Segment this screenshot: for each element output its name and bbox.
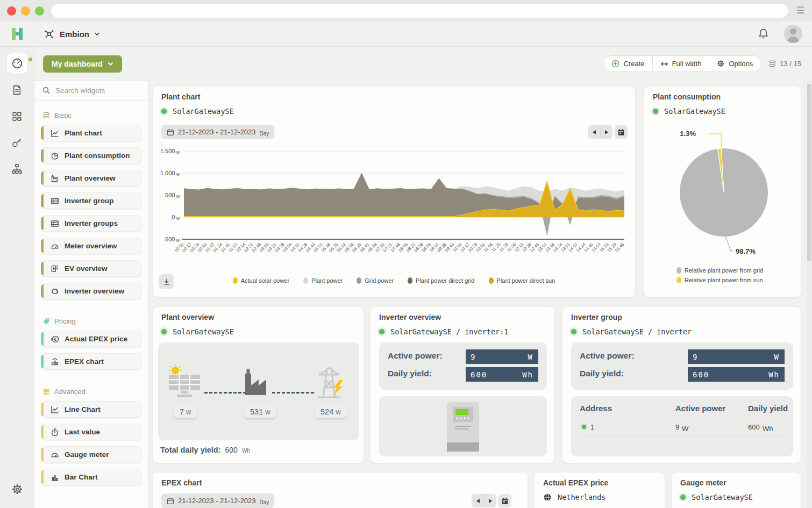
search-input[interactable] bbox=[55, 87, 136, 95]
svg-text:1.000 W: 1.000 W bbox=[160, 170, 180, 176]
widget-item-plant-overview[interactable]: Plant overview bbox=[41, 170, 141, 187]
url-bar[interactable] bbox=[51, 4, 788, 18]
widget-item-inverter-groups[interactable]: Inverter groups bbox=[41, 215, 141, 232]
actual-epex-price-widget[interactable]: Actual EPEX price Netherlands bbox=[534, 472, 665, 508]
globe-icon bbox=[543, 493, 552, 502]
legend-item-plant-power-direct-sun[interactable]: Plant power direct sun bbox=[489, 277, 555, 284]
widget-item-line-chart[interactable]: Line Chart bbox=[41, 401, 141, 418]
create-button[interactable]: Create bbox=[604, 56, 652, 71]
legend-item-relative-plant-power-from-sun[interactable]: Relative plant power from sun bbox=[676, 277, 763, 283]
drag-accent bbox=[41, 217, 44, 230]
cell-daily-yield: 600 bbox=[748, 423, 760, 431]
widget-item-ev-overview[interactable]: EV overview bbox=[41, 260, 141, 277]
plant-overview-widget[interactable]: Plant overview SolarGatewaySE bbox=[152, 306, 364, 463]
notifications-bell-icon[interactable] bbox=[758, 28, 769, 40]
close-window-button[interactable] bbox=[7, 6, 16, 16]
drag-accent bbox=[41, 126, 44, 140]
line-chart-icon bbox=[51, 129, 59, 138]
nav-api-keys[interactable] bbox=[7, 132, 27, 153]
period-label: Day bbox=[260, 131, 269, 137]
cell-active-power-unit: W bbox=[682, 425, 688, 433]
widget-item-inverter-overview[interactable]: Inverter overview bbox=[41, 283, 141, 299]
plant-chart-widget[interactable]: Plant chart SolarGatewaySE 21-12-2023 - … bbox=[152, 86, 636, 297]
nav-invoices[interactable] bbox=[7, 80, 27, 100]
status-dot bbox=[571, 329, 576, 334]
create-label: Create bbox=[623, 60, 644, 68]
browser-menu-icon[interactable]: ☰ bbox=[796, 5, 804, 16]
date-range-picker[interactable]: 21-12-2023 - 21-12-2023 Day bbox=[161, 125, 274, 139]
inverter-group-widget[interactable]: Inverter group SolarGatewaySE / inverter… bbox=[562, 306, 801, 463]
plant-consumption-widget[interactable]: Plant consumption SolarGatewaySE 1.3%98.… bbox=[644, 86, 801, 297]
widget-item-last-value[interactable]: Last value bbox=[41, 424, 141, 440]
scrollbar[interactable] bbox=[807, 81, 812, 508]
nav-settings[interactable] bbox=[7, 479, 27, 499]
widget-title: Plant consumption bbox=[653, 92, 721, 101]
widget-item-plant-chart[interactable]: Plant chart bbox=[41, 125, 141, 141]
widget-item-plant-consumption[interactable]: Plant consumption bbox=[41, 147, 141, 164]
svg-text:1.500 W: 1.500 W bbox=[160, 148, 180, 154]
app-logo[interactable] bbox=[0, 22, 34, 46]
solar-power-unit: W bbox=[186, 410, 191, 416]
org-switcher[interactable]: Embion bbox=[34, 22, 100, 46]
svg-text:0 W: 0 W bbox=[172, 214, 180, 220]
daily-yield-value: 600 bbox=[471, 370, 487, 379]
epex-chart-widget[interactable]: EPEX chart 21-12-2023 - 21-12-2023 Day bbox=[152, 472, 528, 508]
total-yield-value: 600 bbox=[225, 446, 238, 454]
options-button[interactable]: Options bbox=[709, 56, 760, 71]
drag-accent bbox=[41, 448, 44, 461]
minimize-window-button[interactable] bbox=[21, 6, 30, 16]
jump-to-today-button[interactable] bbox=[615, 125, 628, 139]
legend-item-actual-solar-power[interactable]: Actual solar power bbox=[233, 277, 290, 284]
widget-item-bar-chart[interactable]: Bar Chart bbox=[41, 469, 141, 485]
plus-circle-icon bbox=[611, 60, 619, 68]
prev-period-button[interactable] bbox=[588, 125, 600, 139]
nav-hierarchy[interactable] bbox=[7, 159, 27, 179]
nav-rail bbox=[0, 47, 34, 508]
full-width-button[interactable]: Full width bbox=[652, 56, 709, 71]
gauge-meter-widget[interactable]: Gauge meter SolarGatewaySE bbox=[671, 472, 801, 508]
gauge-icon bbox=[51, 242, 59, 251]
stats-panel: Active power: 9 W Daily yield: 600 Wh bbox=[379, 342, 547, 390]
widget-item-actual-epex-price[interactable]: €Actual EPEX price bbox=[41, 331, 141, 347]
consumption-pie-chart: 1.3%98.7% bbox=[644, 122, 802, 262]
scrollbar-thumb[interactable] bbox=[807, 84, 811, 261]
device-name: SolarGatewaySE / inverter:1 bbox=[390, 327, 508, 336]
maximize-window-button[interactable] bbox=[35, 6, 44, 16]
legend-item-plant-power-direct-grid[interactable]: Plant power direct grid bbox=[408, 277, 474, 284]
inverter-overview-widget[interactable]: Inverter overview SolarGatewaySE / inver… bbox=[370, 306, 555, 463]
widget-item-epex-chart[interactable]: EPEX chart bbox=[41, 353, 141, 370]
widget-item-meter-overview[interactable]: Meter overview bbox=[41, 238, 141, 254]
prev-period-button[interactable] bbox=[472, 494, 484, 507]
date-range-picker[interactable]: 21-12-2023 - 21-12-2023 Day bbox=[161, 493, 274, 508]
widget-item-inverter-group[interactable]: Inverter group bbox=[41, 192, 141, 209]
legend-item-relative-plant-power-from-grid[interactable]: Relative plant power from grid bbox=[676, 267, 763, 274]
region-row: Netherlands bbox=[543, 493, 606, 502]
widget-item-label: Line Chart bbox=[65, 405, 101, 413]
nav-widgets[interactable] bbox=[7, 106, 27, 126]
inverter-table-panel: Address Active power Daily yield 1 9 W 6… bbox=[571, 396, 793, 456]
h-logo-icon bbox=[10, 26, 25, 41]
legend-item-plant-power[interactable]: Plant power bbox=[303, 277, 343, 284]
widget-counter-label: 13 / 15 bbox=[780, 60, 801, 68]
dashboard-selector-button[interactable]: My dashboard bbox=[43, 55, 122, 73]
legend-item-grid-power[interactable]: Grid power bbox=[357, 277, 394, 284]
widget-title: Inverter group bbox=[571, 313, 622, 321]
plant-power-value: 531 bbox=[250, 407, 263, 416]
widget-item-label: Plant overview bbox=[65, 174, 116, 182]
device-name: SolarGatewaySE bbox=[173, 327, 234, 336]
user-avatar[interactable] bbox=[784, 25, 802, 43]
widget-item-gauge-meter[interactable]: Gauge meter bbox=[41, 446, 141, 463]
next-period-button[interactable] bbox=[484, 494, 496, 507]
next-period-button[interactable] bbox=[600, 125, 612, 139]
device-row: SolarGatewaySE bbox=[161, 327, 234, 336]
widget-item-label: EPEX chart bbox=[65, 357, 104, 366]
key-icon bbox=[11, 137, 23, 148]
factory-icon bbox=[243, 368, 273, 396]
nav-dashboards[interactable] bbox=[7, 53, 27, 74]
active-power-value: 9 bbox=[471, 353, 476, 361]
svg-text:98.7%: 98.7% bbox=[736, 247, 756, 255]
widget-item-label: Inverter overview bbox=[65, 287, 124, 295]
active-power-bar: 9 W bbox=[466, 349, 538, 364]
drag-accent bbox=[41, 171, 44, 185]
jump-to-today-button[interactable] bbox=[498, 494, 511, 507]
